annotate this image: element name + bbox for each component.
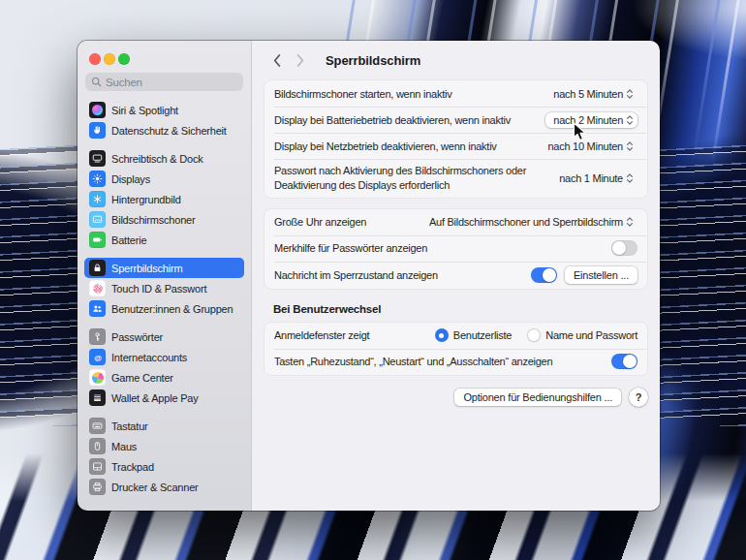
accessibility-options-button[interactable]: Optionen für Bedienungshilfen ...: [454, 389, 621, 406]
password-hints-toggle[interactable]: [611, 240, 637, 256]
sidebar-item-passwords[interactable]: Passwörter: [84, 327, 244, 347]
help-button[interactable]: ?: [629, 388, 648, 407]
sidebar-item-trackpad[interactable]: Trackpad: [84, 456, 244, 477]
sidebar-item-desktop-dock[interactable]: Schreibtisch & Dock: [84, 148, 244, 169]
large-clock-popup[interactable]: Auf Bildschirmschoner und Sperrbildschir…: [425, 214, 637, 230]
stepper-icon: [626, 114, 634, 126]
password-require-popup[interactable]: nach 1 Minute: [555, 171, 637, 186]
sidebar-item-game-center[interactable]: Game Center: [84, 367, 244, 388]
content-footer: Optionen für Bedienungshilfen ... ?: [264, 388, 648, 407]
search-input[interactable]: Suchen: [85, 73, 243, 91]
row-display-power: Display bei Netzbetrieb deaktivieren, we…: [264, 133, 647, 159]
users-icon: [89, 300, 106, 317]
sidebar-item-lock-screen[interactable]: Sperrbildschirm: [84, 258, 244, 278]
search-placeholder: Suchen: [106, 77, 142, 88]
page-title: Sperrbildschirm: [326, 53, 420, 68]
keyboard-icon: [89, 418, 106, 434]
row-show-sleep-restart-shutdown-buttons: Tasten „Ruhezustand“, „Neustart“ und „Au…: [264, 349, 647, 375]
minimize-window-button[interactable]: [104, 53, 115, 65]
section-title-user-switching: Bei Benutzerwechsel: [273, 303, 648, 315]
display-battery-popup[interactable]: nach 2 Minuten: [545, 112, 637, 128]
row-show-large-clock: Große Uhr anzeigen Auf Bildschirmschoner…: [264, 209, 647, 235]
close-window-button[interactable]: [89, 53, 101, 65]
sidebar-item-printers-scanners[interactable]: Drucker & Scanner: [84, 477, 244, 497]
sidebar-item-touch-id[interactable]: Touch ID & Passwort: [84, 278, 244, 298]
row-password-require: Passwort nach Aktivierung des Bildschirm…: [264, 159, 647, 198]
stepper-icon: [626, 140, 634, 152]
svg-text:@: @: [94, 353, 102, 361]
window-controls: [78, 41, 251, 66]
sidebar-item-mouse[interactable]: Maus: [84, 436, 244, 456]
lock-message-set-button[interactable]: Einstellen ...: [565, 266, 637, 284]
login-window-radio-group: Benutzerliste Name und Passwort: [435, 328, 637, 342]
battery-icon: [89, 232, 106, 248]
forward-button[interactable]: [296, 50, 310, 70]
radio-user-list[interactable]: Benutzerliste: [435, 328, 512, 342]
printer-icon: [89, 479, 106, 495]
siri-icon: [89, 102, 106, 118]
at-icon: @: [89, 349, 106, 365]
radio-user-list-control[interactable]: [435, 328, 449, 342]
sidebar-item-privacy-security[interactable]: Datenschutz & Sicherheit: [84, 120, 244, 140]
row-password-hints: Merkhilfe für Passwörter anzeigen: [264, 235, 647, 262]
sleep-restart-shutdown-toggle[interactable]: [611, 354, 637, 369]
row-display-battery: Display bei Batteriebetrieb deaktivieren…: [264, 107, 647, 133]
sidebar-item-internet-accounts[interactable]: @ Internetaccounts: [84, 347, 244, 367]
row-screensaver-start: Bildschirmschoner starten, wenn inaktiv …: [264, 80, 647, 107]
settings-content: Sperrbildschirm Bildschirmschoner starte…: [252, 41, 660, 511]
sidebar-item-siri-spotlight[interactable]: Siri & Spotlight: [84, 100, 244, 120]
fingerprint-icon: [89, 280, 106, 296]
screensaver-icon: [89, 211, 106, 228]
display-power-popup[interactable]: nach 10 Minuten: [544, 139, 637, 154]
sidebar-item-screensaver[interactable]: Bildschirmschoner: [84, 209, 244, 230]
desktop-dock-icon: [89, 150, 106, 167]
sidebar: Suchen Siri & Spotlight Datenschutz & Si…: [78, 41, 252, 511]
wallet-icon: [89, 389, 106, 406]
system-settings-window: Suchen Siri & Spotlight Datenschutz & Si…: [78, 41, 660, 511]
lock-icon: [89, 260, 106, 276]
sidebar-item-keyboard[interactable]: Tastatur: [84, 416, 244, 436]
sidebar-item-wallpaper[interactable]: Hintergrundbild: [84, 189, 244, 209]
game-center-icon: [89, 369, 106, 386]
screen: Suchen Siri & Spotlight Datenschutz & Si…: [0, 0, 746, 560]
settings-group-lock-options: Große Uhr anzeigen Auf Bildschirmschoner…: [264, 208, 648, 290]
flower-icon: [89, 191, 106, 207]
sidebar-item-displays[interactable]: Displays: [84, 169, 244, 189]
mouse-cursor: [573, 122, 587, 146]
sidebar-item-users-groups[interactable]: Benutzer:innen & Gruppen: [84, 298, 244, 319]
hand-icon: [89, 122, 106, 139]
trackpad-icon: [89, 458, 106, 475]
stepper-icon: [626, 216, 634, 228]
stepper-icon: [626, 172, 634, 184]
lock-message-toggle[interactable]: [531, 267, 557, 283]
mouse-icon: [89, 438, 106, 454]
radio-name-password[interactable]: Name und Passwort: [527, 328, 637, 342]
row-lock-message: Nachricht im Sperrzustand anzeigen Einst…: [264, 262, 647, 289]
sidebar-list: Siri & Spotlight Datenschutz & Sicherhei…: [78, 100, 251, 505]
navigation-bar: Sperrbildschirm: [264, 41, 648, 79]
search-icon: [91, 77, 102, 87]
radio-name-password-control[interactable]: [527, 328, 541, 342]
sidebar-item-battery[interactable]: Batterie: [84, 230, 244, 250]
settings-group-user-switching: Anmeldefenster zeigt Benutzerliste Name …: [264, 322, 648, 376]
settings-group-timing: Bildschirmschoner starten, wenn inaktiv …: [264, 79, 648, 199]
sun-icon: [89, 171, 106, 187]
screensaver-start-popup[interactable]: nach 5 Minuten: [549, 86, 637, 102]
sidebar-item-wallet[interactable]: Wallet & Apple Pay: [84, 388, 244, 408]
stepper-icon: [626, 88, 634, 100]
zoom-window-button[interactable]: [118, 53, 130, 65]
back-button[interactable]: [273, 50, 287, 70]
key-icon: [89, 328, 106, 345]
row-login-window-shows: Anmeldefenster zeigt Benutzerliste Name …: [264, 323, 647, 349]
